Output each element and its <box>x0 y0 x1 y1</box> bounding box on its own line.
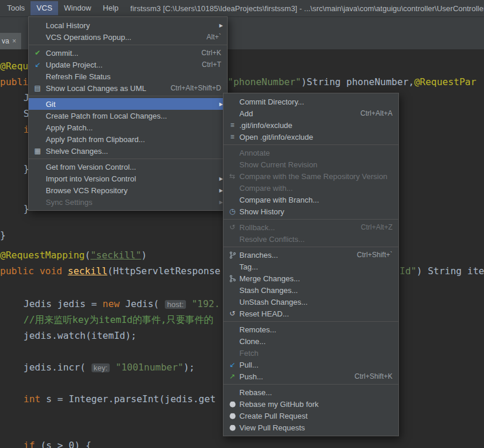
menu-item-show-current-revision[interactable]: Show Current Revision <box>224 159 398 170</box>
menu-separator <box>29 45 227 45</box>
code-fragment: jedis.incr( key: "1001number"); <box>23 361 195 373</box>
menu-item-create-pull-request[interactable]: Create Pull Request <box>224 410 398 422</box>
menu-item-create-patch-from-local-changes[interactable]: Create Patch from Local Changes... <box>29 110 227 122</box>
menu-item-annotate[interactable]: Annotate <box>224 147 398 159</box>
vcs-menu-popup: Local History▶VCS Operations Popup...Alt… <box>28 16 228 211</box>
menu-item-pull[interactable]: ↙Pull... <box>224 359 398 370</box>
shelve-icon: ▦ <box>32 145 43 157</box>
menu-item-label: Shelve Changes... <box>46 147 108 156</box>
menu-item-remotes[interactable]: Remotes... <box>224 324 398 335</box>
menu-item-label: Create Patch from Local Changes... <box>46 112 167 120</box>
menu-item-label: .git/info/exclude <box>239 121 292 130</box>
menubar-item-help[interactable]: Help <box>97 1 124 15</box>
menu-item-label: Show History <box>239 207 285 216</box>
compare-icon: ⇆ <box>227 170 238 182</box>
menu-separator <box>224 321 398 322</box>
menubar-item-tools[interactable]: Tools <box>1 1 31 15</box>
menu-item-git-info-exclude[interactable]: ≡.git/info/exclude <box>224 119 398 131</box>
menu-item-label: Refresh File Status <box>46 72 111 81</box>
menu-item-label: Merge Changes... <box>239 274 300 283</box>
menu-item-compare-with[interactable]: Compare with... <box>224 182 398 194</box>
menu-item-shortcut: Ctrl+Alt+Z <box>350 223 392 231</box>
menubar-item-window[interactable]: Window <box>58 1 97 15</box>
menu-item-shortcut: Ctrl+Shift+K <box>344 372 392 380</box>
git-submenu-popup: Commit Directory...AddCtrl+Alt+A≡.git/in… <box>223 93 399 436</box>
menu-item-label: Sync Settings <box>46 198 93 207</box>
update-arrow-icon: ↙ <box>32 59 43 70</box>
menu-item-unstash-changes[interactable]: UnStash Changes... <box>224 296 398 308</box>
menu-item-resolve-conflicts[interactable]: Resolve Conflicts... <box>224 233 398 245</box>
menu-item-compare-with-the-same-repository-version[interactable]: ⇆Compare with the Same Repository Versio… <box>224 170 398 182</box>
menu-item-rollback[interactable]: ↺Rollback...Ctrl+Alt+Z <box>224 221 398 233</box>
code-fragment: @Requ <box>0 60 28 72</box>
menu-item-browse-vcs-repository[interactable]: Browse VCS Repository▶ <box>29 184 227 196</box>
menu-item-add[interactable]: AddCtrl+Alt+A <box>224 107 398 119</box>
menu-item-label: Tag... <box>239 262 258 271</box>
menu-item-label: Show Local Changes as UML <box>46 84 146 93</box>
menu-item-push[interactable]: ↗Push...Ctrl+Shift+K <box>224 370 398 382</box>
menu-item-label: Create Pull Request <box>239 412 307 420</box>
menu-item-label: UnStash Changes... <box>239 298 307 306</box>
menu-item-fetch[interactable]: Fetch <box>224 347 398 359</box>
menu-item-label: Fetch <box>239 349 259 358</box>
menu-item-label: Reset HEAD... <box>239 309 289 318</box>
menu-item-apply-patch[interactable]: Apply Patch... <box>29 122 227 133</box>
rollback-icon: ↺ <box>227 221 238 233</box>
menu-item-clone[interactable]: Clone... <box>224 335 398 347</box>
menu-item-show-history[interactable]: ◷Show History <box>224 206 398 217</box>
menu-item-label: Add <box>239 109 253 118</box>
menu-item-label: Rebase my GitHub fork <box>239 400 319 409</box>
menu-item-shortcut: Ctrl+Alt+A <box>350 109 392 117</box>
menu-item-label: Stash Changes... <box>239 286 298 295</box>
tab-close-icon[interactable]: × <box>12 38 16 45</box>
menu-item-rebase-my-github-fork[interactable]: Rebase my GitHub fork <box>224 398 398 410</box>
menu-item-compare-with-branch[interactable]: Compare with Branch... <box>224 194 398 206</box>
menu-item-label: Local History <box>46 21 90 30</box>
menu-item-refresh-file-status[interactable]: Refresh File Status <box>29 70 227 82</box>
code-fragment: } <box>0 229 6 241</box>
menu-item-stash-changes[interactable]: Stash Changes... <box>224 284 398 296</box>
code-fragment: if (s > 0) { <box>23 439 92 448</box>
menu-item-branches[interactable]: Branches...Ctrl+Shift+` <box>224 249 398 261</box>
code-fragment: Id") String ite <box>400 265 484 277</box>
menu-item-tag[interactable]: Tag... <box>224 261 398 272</box>
menu-item-label: Remotes... <box>239 325 276 334</box>
push-arrow-icon: ↗ <box>227 370 238 382</box>
branch-icon <box>227 249 238 261</box>
menu-item-label: Compare with the Same Repository Version <box>239 172 387 181</box>
menu-item-merge-changes[interactable]: Merge Changes... <box>224 272 398 284</box>
editor-tab[interactable]: va × <box>0 33 21 49</box>
menubar-item-vcs[interactable]: VCS <box>31 1 58 15</box>
submenu-arrow-icon: ▶ <box>219 23 223 28</box>
menu-item-reset-head[interactable]: ↺Reset HEAD... <box>224 308 398 319</box>
menu-item-open-git-info-exclude[interactable]: ≡Open .git/info/exclude <box>224 131 398 143</box>
menu-item-import-into-version-control[interactable]: Import into Version Control▶ <box>29 173 227 184</box>
menu-item-shortcut: Alt+` <box>196 33 221 41</box>
menu-item-label: Apply Patch from Clipboard... <box>46 135 145 144</box>
menu-item-label: Commit Directory... <box>239 97 304 106</box>
menu-item-commit[interactable]: ✔Commit...Ctrl+K <box>29 47 227 59</box>
menu-item-local-history[interactable]: Local History▶ <box>29 19 227 31</box>
menu-item-commit-directory[interactable]: Commit Directory... <box>224 96 398 107</box>
menu-item-git[interactable]: Git▶ <box>29 98 227 110</box>
menu-separator <box>29 159 227 159</box>
menu-item-shortcut: Ctrl+T <box>191 60 221 69</box>
menu-item-shelve-changes[interactable]: ▦Shelve Changes... <box>29 145 227 157</box>
code-fragment: @RequestMapping("seckill") <box>0 249 147 261</box>
menu-item-view-pull-requests[interactable]: View Pull Requests <box>224 422 398 433</box>
menu-item-show-local-changes-as-uml[interactable]: ▤Show Local Changes as UMLCtrl+Alt+Shift… <box>29 82 227 94</box>
menu-item-label: Update Project... <box>46 60 103 69</box>
code-fragment: Jedis jedis = new Jedis( host: "192. <box>23 298 220 310</box>
menu-item-get-from-version-control[interactable]: Get from Version Control... <box>29 161 227 173</box>
menu-item-rebase[interactable]: Rebase... <box>224 386 398 398</box>
menu-item-vcs-operations-popup[interactable]: VCS Operations Popup...Alt+` <box>29 31 227 43</box>
menu-item-label: Branches... <box>239 251 278 260</box>
menu-separator <box>224 219 398 220</box>
github-icon <box>227 422 238 433</box>
menu-item-sync-settings[interactable]: Sync Settings▶ <box>29 196 227 208</box>
menu-item-apply-patch-from-clipboard[interactable]: Apply Patch from Clipboard... <box>29 133 227 145</box>
menu-item-update-project[interactable]: ↙Update Project...Ctrl+T <box>29 59 227 70</box>
menu-item-label: Import into Version Control <box>46 174 136 183</box>
menu-item-label: Get from Version Control... <box>46 163 136 171</box>
commit-check-icon: ✔ <box>32 47 43 59</box>
